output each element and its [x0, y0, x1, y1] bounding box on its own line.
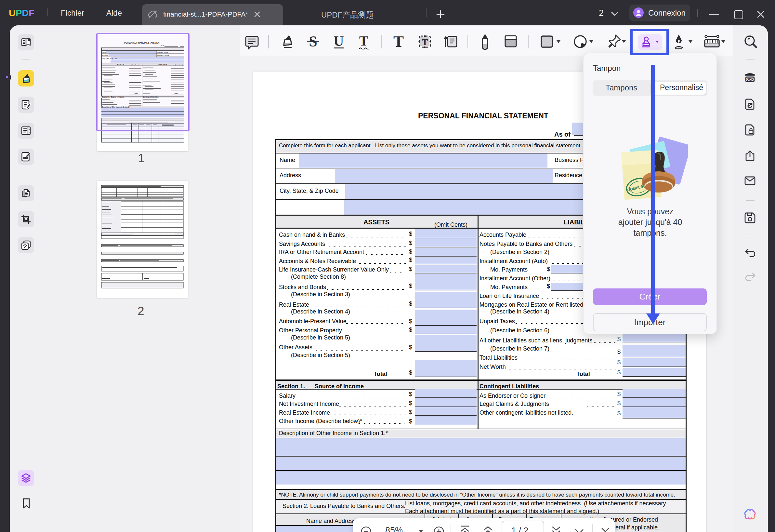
svg-text:OCR: OCR — [746, 78, 754, 81]
svg-text:T: T — [422, 37, 428, 47]
